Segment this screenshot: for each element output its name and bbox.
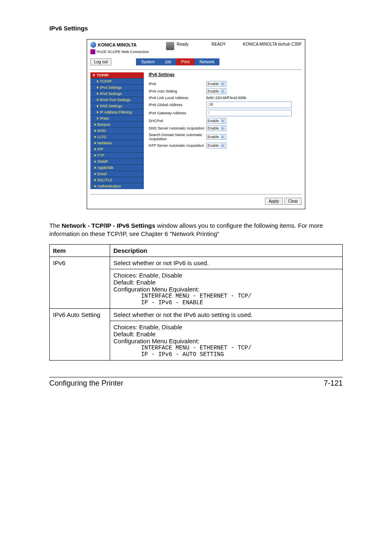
triangle-icon [97,117,99,120]
tab-job[interactable]: Job [160,58,176,65]
sidebar-item-dns[interactable]: DNS Settings [90,103,144,109]
link-local-label: IPv6 Link Local Address [149,96,206,100]
ipv6-select[interactable]: Enablev [206,81,226,87]
sidebar-header[interactable]: ▼ TCP/IP [90,72,144,78]
status-icon-label: Ready [177,42,189,46]
description-paragraph: The Network - TCP/IP - IPv6 Settings win… [49,222,343,238]
table-cell-desc: Select whether or not IPv6 is used. [110,257,343,269]
sidebar-item-ftp[interactable]: FTP [90,152,144,158]
pagescope-icon [90,49,95,54]
sidebar-item-tcpip[interactable]: TCP/IP [90,78,144,84]
sidebar-item-appletalk[interactable]: AppleTalk [90,164,144,171]
sidebar: ▼ TCP/IP TCP/IP IPv4 Settings IPv6 Setti… [90,72,144,189]
domain-auto-select[interactable]: Enablev [206,134,226,140]
sidebar-item-bonjour[interactable]: Bonjour [90,121,144,127]
sublogo-text: PAGE SCOPE Web Connection [97,50,149,54]
table-cell-details: Choices: Enable, Disable Default: Enable… [110,269,343,308]
dns-auto-label: DNS Server Automatic Acquisition [149,126,206,130]
dhcpv6-label: DHCPv6 [149,119,206,123]
table-cell-details: Choices: Enable, Disable Default: Enable… [110,321,343,360]
sidebar-item-ipv4[interactable]: IPv4 Settings [90,84,144,90]
th-description: Description [110,244,343,257]
sidebar-item-snmp[interactable]: SNMP [90,158,144,164]
ntp-auto-select[interactable]: Enablev [206,143,226,148]
triangle-icon [95,179,96,181]
triangle-icon [95,160,96,163]
table-cell-item: IPv6 [50,257,110,308]
tab-print[interactable]: Print [176,58,195,65]
chevron-down-icon: v [220,82,225,86]
sidebar-item-ipp[interactable]: IPP [90,146,144,152]
tab-network[interactable]: Network [194,58,219,65]
sidebar-item-wsd[interactable]: WSD [90,127,144,134]
main-panel: IPv6 Settings IPv6 Enablev IPv6 Auto Set… [149,72,302,189]
triangle-icon [97,111,99,113]
table-cell-desc: Select whether or not the IPv6 auto sett… [110,308,343,321]
domain-auto-label: Search Domain Name Automatic Acquisition [149,133,206,141]
panel-title: IPv6 Settings [149,72,302,77]
apply-button[interactable]: Apply [265,198,283,205]
dhcpv6-select[interactable]: Enablev [206,118,226,124]
sidebar-item-ssltls[interactable]: SSL/TLS [90,177,144,183]
ntp-auto-label: NTP Server Automatic Acquisition [149,143,206,148]
chevron-down-icon: v [220,143,225,148]
triangle-icon [97,105,99,107]
triangle-icon [97,80,99,83]
sidebar-item-email[interactable]: Email [90,171,144,177]
dns-auto-select[interactable]: Enablev [206,125,226,131]
table-cell-item: IPv6 Auto Setting [50,308,110,360]
link-local-value: fe80::220:6bff:fe42:895b [206,96,246,100]
triangle-icon [95,173,96,175]
chevron-down-icon: v [220,126,225,130]
clear-button[interactable]: Clear [284,198,302,205]
gateway-input[interactable]: :: [206,110,292,116]
triangle-icon [95,166,96,169]
sidebar-item-authentication[interactable]: Authentication [90,183,144,189]
triangle-icon [95,130,96,132]
ipv6-label: IPv6 [149,82,206,86]
triangle-icon [95,142,96,144]
printer-icon [166,42,174,50]
section-heading: IPv6 Settings [49,25,343,32]
footer-left: Configuring the Printer [49,379,123,388]
sidebar-item-ipfilter[interactable]: IP Address Filtering [90,109,144,115]
ipv6-auto-label: IPv6 Auto Setting [149,89,206,93]
sidebar-item-ipsec[interactable]: IPsec [90,115,144,121]
triangle-icon [95,185,96,187]
footer-page-number: 7-121 [324,379,343,388]
th-item: Item [50,244,110,257]
chevron-down-icon: v [220,89,225,93]
global-input[interactable]: ::/0 [206,102,292,108]
triangle-icon [95,154,96,157]
triangle-icon [97,86,99,89]
triangle-icon [97,99,99,101]
device-name: KONICA MINOLTA bizhub C35P [243,42,302,54]
triangle-icon [95,123,96,126]
sidebar-item-netware[interactable]: NetWare [90,140,144,146]
status-text: READY [212,42,226,46]
triangle-icon [95,136,96,138]
description-table: Item Description IPv6 Select whether or … [49,244,343,361]
gateway-label: IPv6 Gateway Address [149,111,206,115]
ipv6-auto-select[interactable]: Enablev [206,88,226,94]
logout-button[interactable]: Log out [90,58,111,65]
chevron-down-icon: v [220,119,225,123]
brand-text: KONICA MINOLTA [98,42,137,47]
chevron-down-icon: v [220,135,225,139]
triangle-icon [95,148,96,150]
config-screenshot: KONICA MINOLTA PAGE SCOPE Web Connection… [87,39,305,209]
tab-system[interactable]: System [136,58,159,65]
sidebar-item-rawport[interactable]: RAW Port Settings [90,97,144,103]
triangle-icon [97,92,99,95]
sidebar-item-ipv6[interactable]: IPv6 Settings [90,90,144,97]
page-footer: Configuring the Printer 7-121 [49,377,343,388]
global-label: IPv6 Global Address [149,103,206,107]
sidebar-item-lltd[interactable]: LLTD [90,134,144,140]
brand-logo-icon [90,42,96,48]
